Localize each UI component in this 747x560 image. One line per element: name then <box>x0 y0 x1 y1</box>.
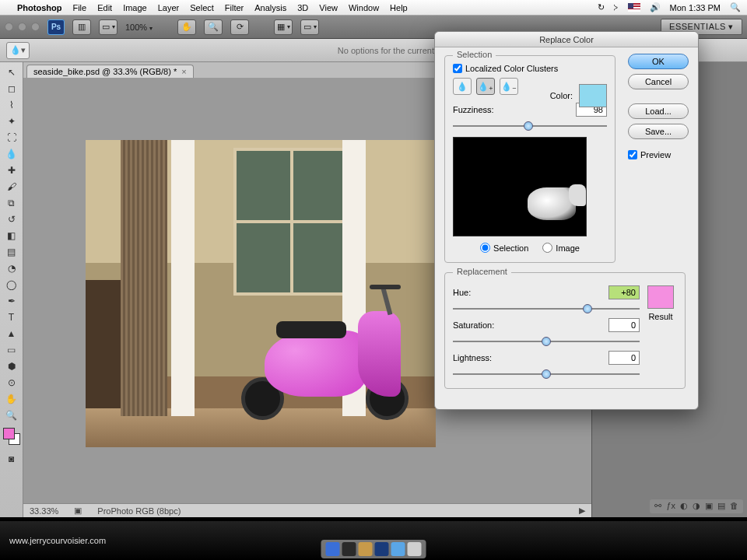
menu-view[interactable]: View <box>319 3 338 12</box>
history-brush-tool-icon[interactable]: ↺ <box>3 212 20 226</box>
current-tool-icon[interactable]: 💧▾ <box>6 42 30 59</box>
quick-mask-icon[interactable]: ◙ <box>3 452 20 466</box>
radio-selection-input[interactable] <box>480 243 490 253</box>
3d-tool-icon[interactable]: ⬢ <box>3 359 20 373</box>
dock-finder-icon[interactable] <box>326 542 340 556</box>
3d-camera-tool-icon[interactable]: ⊙ <box>3 376 20 390</box>
menu-image[interactable]: Image <box>123 3 147 12</box>
arrange-docs-button[interactable]: ▦ <box>274 19 293 35</box>
menu-analysis[interactable]: Analysis <box>254 3 286 12</box>
lasso-tool-icon[interactable]: ⌇ <box>3 98 20 112</box>
radio-selection[interactable]: Selection <box>480 243 528 253</box>
menu-help[interactable]: Help <box>390 3 408 12</box>
result-color-swatch[interactable] <box>647 285 674 309</box>
zoom-level[interactable]: 100% <box>125 23 153 32</box>
menu-select[interactable]: Select <box>190 3 214 12</box>
menu-file[interactable]: File <box>72 3 86 12</box>
eyedropper-add-icon[interactable]: 💧₊ <box>476 78 495 95</box>
spotlight-icon[interactable]: 🔍 <box>730 2 741 12</box>
eyedropper-sample-icon[interactable]: 💧 <box>453 78 472 95</box>
dock-app1-icon[interactable] <box>342 542 356 556</box>
hue-slider[interactable] <box>453 304 640 313</box>
layer-fx-icon[interactable]: ƒx <box>666 501 675 512</box>
zoom-tool-icon[interactable]: 🔍 <box>204 19 223 35</box>
bluetooth-icon[interactable]: ⧽ <box>614 3 619 12</box>
pen-tool-icon[interactable]: ✒ <box>3 294 20 308</box>
gradient-tool-icon[interactable]: ▤ <box>3 245 20 259</box>
clock[interactable]: Mon 1:33 PM <box>670 3 721 12</box>
sample-color-swatch[interactable] <box>579 84 607 107</box>
eyedropper-subtract-icon[interactable]: 💧₋ <box>500 78 518 95</box>
zoom-tool2-icon[interactable]: 🔍 <box>3 408 20 422</box>
menu-3d[interactable]: 3D <box>297 3 308 12</box>
hue-input[interactable] <box>608 285 640 299</box>
localized-checkbox-input[interactable] <box>453 64 462 73</box>
blur-tool-icon[interactable]: ◔ <box>3 261 20 275</box>
path-select-tool-icon[interactable]: ▲ <box>3 327 20 341</box>
stamp-tool-icon[interactable]: ⧉ <box>3 196 20 210</box>
localized-checkbox[interactable]: Localized Color Clusters <box>453 64 607 73</box>
dock-app3-icon[interactable] <box>391 542 405 556</box>
fuzziness-slider[interactable] <box>453 121 607 131</box>
screen-mode2-button[interactable]: ▭ <box>300 19 319 35</box>
hand-tool-icon[interactable]: ✋ <box>177 19 196 35</box>
eraser-tool-icon[interactable]: ◧ <box>3 229 20 243</box>
rotate-view-icon[interactable]: ⟳ <box>230 19 249 35</box>
status-doc-icon[interactable]: ▣ <box>74 506 82 516</box>
delete-layer-icon[interactable]: 🗑 <box>730 501 738 512</box>
brush-tool-icon[interactable]: 🖌 <box>3 180 20 194</box>
healing-tool-icon[interactable]: ✚ <box>3 163 20 177</box>
quick-select-tool-icon[interactable]: ✦ <box>3 114 20 128</box>
close-tab-icon[interactable]: × <box>181 67 186 76</box>
lightness-input[interactable] <box>608 351 640 365</box>
cancel-button[interactable]: Cancel <box>628 74 689 89</box>
layer-group-icon[interactable]: ▣ <box>705 501 713 512</box>
ps-logo-icon[interactable]: Ps <box>47 19 65 35</box>
selection-preview[interactable] <box>453 137 587 236</box>
dodge-tool-icon[interactable]: ◯ <box>3 278 20 292</box>
shape-tool-icon[interactable]: ▭ <box>3 343 20 357</box>
preview-checkbox[interactable]: Preview <box>628 150 689 159</box>
saturation-input[interactable] <box>608 318 640 332</box>
marquee-tool-icon[interactable]: ◻ <box>3 82 20 96</box>
status-bar: 33.33% ▣ ProPhoto RGB (8bpc) ▶ <box>23 503 591 517</box>
timemachine-icon[interactable]: ↻ <box>598 2 605 12</box>
hand-tool2-icon[interactable]: ✋ <box>3 392 20 406</box>
status-zoom[interactable]: 33.33% <box>30 506 58 516</box>
dock-app4-icon[interactable] <box>408 542 422 556</box>
preview-checkbox-input[interactable] <box>628 150 637 159</box>
menu-filter[interactable]: Filter <box>225 3 244 12</box>
new-layer-icon[interactable]: ▤ <box>717 501 725 512</box>
menu-edit[interactable]: Edit <box>97 3 112 12</box>
link-layers-icon[interactable]: ⚯ <box>654 501 661 512</box>
saturation-slider[interactable] <box>453 337 640 346</box>
type-tool-icon[interactable]: T <box>3 310 20 324</box>
menu-layer[interactable]: Layer <box>158 3 180 12</box>
move-tool-icon[interactable]: ↖ <box>3 65 20 79</box>
mac-dock[interactable] <box>321 540 426 558</box>
ok-button[interactable]: OK <box>628 54 689 69</box>
save-button[interactable]: Save... <box>628 124 689 139</box>
launch-bridge-button[interactable]: ▥ <box>72 19 91 35</box>
replacement-group: Replacement Result Hue: Saturation: Ligh… <box>444 272 686 389</box>
menu-window[interactable]: Window <box>349 3 379 12</box>
eyedropper-tool-icon[interactable]: 💧 <box>3 147 20 161</box>
document-tab[interactable]: seaside_bike.psd @ 33.3% (RGB/8) * × <box>26 65 194 78</box>
color-swatches[interactable] <box>3 428 20 445</box>
adjustment-layer-icon[interactable]: ◑ <box>693 501 700 512</box>
window-traffic-lights[interactable] <box>5 23 40 31</box>
layer-mask-icon[interactable]: ◐ <box>680 501 688 512</box>
dock-ps-icon[interactable] <box>375 542 389 556</box>
radio-image-input[interactable] <box>542 243 552 253</box>
radio-image[interactable]: Image <box>542 243 580 253</box>
load-button[interactable]: Load... <box>628 103 689 119</box>
status-menu-icon[interactable]: ▶ <box>579 506 585 516</box>
screen-mode-button[interactable]: ▭ <box>99 19 117 35</box>
lightness-slider[interactable] <box>453 369 640 379</box>
input-flag-icon[interactable] <box>628 3 640 12</box>
volume-icon[interactable]: 🔊 <box>650 2 661 12</box>
crop-tool-icon[interactable]: ⛶ <box>3 131 20 145</box>
dock-app2-icon[interactable] <box>359 542 373 556</box>
app-name[interactable]: Photoshop <box>17 3 61 12</box>
mac-menubar: Photoshop File Edit Image Layer Select F… <box>0 0 747 16</box>
